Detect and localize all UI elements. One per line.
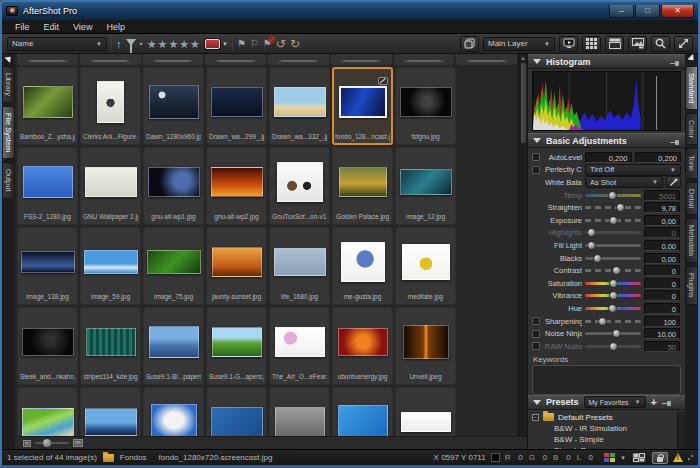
temp-value[interactable]: 5001: [644, 190, 680, 201]
white-balance-dropdown[interactable]: As Shot▼: [585, 176, 663, 188]
sort-ascending-icon[interactable]: ↑: [116, 37, 122, 51]
thumbnail-cell[interactable]: Bamboo_Z...ysha.jpg: [17, 67, 78, 145]
preset-folder-row[interactable]: −Default Presets: [532, 412, 677, 423]
current-folder[interactable]: Fondos: [120, 453, 147, 462]
thumbnail-cell[interactable]: Dawn_1280x960.jpg: [143, 67, 204, 145]
clipped-thumbnail-cell[interactable]: [80, 54, 141, 65]
color-label-dropdown[interactable]: ▼: [205, 37, 228, 51]
thumbnail-cell[interactable]: Suse9.1-G...apers.jpg: [206, 307, 267, 385]
slider-handle[interactable]: [609, 279, 618, 288]
tab-detail[interactable]: Detail: [685, 182, 698, 215]
contrast-value[interactable]: 0: [644, 265, 680, 276]
slider-handle[interactable]: [609, 342, 618, 351]
pin-icon[interactable]: [670, 132, 680, 150]
exposure-value[interactable]: 0,00: [644, 215, 680, 226]
tab-file-system[interactable]: File System: [2, 106, 15, 159]
straighten-slider[interactable]: [585, 203, 641, 212]
slider-handle[interactable]: [598, 317, 607, 326]
magnifier-icon[interactable]: [651, 36, 670, 52]
menu-edit[interactable]: Edit: [37, 22, 67, 32]
sharpening-value[interactable]: 100: [644, 316, 680, 327]
thumbnail-cell[interactable]: GNU Wallpaper 2.jpg: [80, 147, 141, 225]
perfectly-clear-dropdown[interactable]: Tint Off▼: [585, 164, 681, 176]
fill-light-slider[interactable]: [585, 241, 641, 250]
temp-slider[interactable]: [585, 191, 641, 200]
thumbnail-view-icon[interactable]: [582, 36, 601, 52]
menu-help[interactable]: Help: [99, 22, 132, 32]
slider-handle[interactable]: [593, 254, 602, 263]
lock-icon[interactable]: [652, 452, 668, 464]
tab-tone[interactable]: Tone: [685, 148, 698, 178]
autolevel-checkbox[interactable]: [532, 153, 540, 161]
thumbnail-size-slider[interactable]: [35, 442, 69, 444]
thumbnail-cell[interactable]: [332, 387, 393, 436]
multi-view-icon[interactable]: [605, 36, 624, 52]
presets-scrollbar[interactable]: [677, 412, 685, 450]
clipped-thumbnail-cell[interactable]: [456, 54, 517, 65]
collapse-arrow-icon[interactable]: [4, 54, 13, 63]
tab-plugins[interactable]: Plugins: [685, 266, 698, 305]
blacks-slider[interactable]: [585, 254, 641, 263]
thumbnail-cell[interactable]: Wallpaper02.jpg: [206, 387, 267, 436]
thumbnail-cell[interactable]: image_138.jpg: [17, 227, 78, 305]
thumbnail-cell[interactable]: life_1680.jpg: [269, 227, 330, 305]
perfectly-clear-checkbox[interactable]: [532, 166, 540, 174]
basic-adjustments-header[interactable]: Basic Adjustments: [528, 133, 685, 148]
thumbnail-cell[interactable]: ubuntuenergy.jpg: [332, 307, 393, 385]
contrast-slider[interactable]: [585, 266, 641, 275]
flag-icon[interactable]: ⚑: [237, 37, 246, 51]
thumbnail-cell[interactable]: [395, 387, 456, 436]
slider-handle[interactable]: [608, 304, 617, 313]
tab-standard[interactable]: Standard: [685, 66, 698, 110]
presets-favorites-dropdown[interactable]: My Favorites ▼: [584, 396, 646, 408]
vibrance-slider[interactable]: [585, 291, 641, 300]
slider-handle[interactable]: [609, 291, 618, 300]
slider-handle[interactable]: [587, 241, 596, 250]
thumbnail-cell[interactable]: vista-wall...r-dock.jpg: [80, 387, 141, 436]
thumbnail-cell[interactable]: gnu-alt-wp2.jpg: [206, 147, 267, 225]
thumbnail-cell[interactable]: me-gusta.jpg: [332, 227, 393, 305]
warning-icon[interactable]: [673, 453, 683, 462]
raw-noise-checkbox[interactable]: [532, 342, 540, 350]
flag-clear-icon[interactable]: ⚑: [263, 37, 272, 51]
thumbnail-cell[interactable]: image_75.jpg: [143, 227, 204, 305]
sharpening-checkbox[interactable]: [532, 317, 540, 325]
clipped-thumbnail-cell[interactable]: [205, 54, 266, 65]
raw-noise-value[interactable]: 50: [644, 341, 680, 352]
thumbnail-cell[interactable]: GnuTuxSof...on-v1.jpg: [269, 147, 330, 225]
slider-handle[interactable]: [612, 266, 621, 275]
menu-file[interactable]: File: [8, 22, 37, 32]
slider-handle[interactable]: [616, 203, 625, 212]
clipped-thumbnail-cell[interactable]: [143, 54, 204, 65]
autolevel-value-1[interactable]: 0,200: [635, 152, 682, 163]
preset-item[interactable]: B&W - Simple: [532, 434, 677, 445]
rotate-left-icon[interactable]: ↺: [276, 37, 286, 51]
clipped-thumbnail-cell[interactable]: [331, 54, 392, 65]
thumbnail-cell[interactable]: Drawn_wa...332_.jpg: [269, 67, 330, 145]
slider-handle[interactable]: [43, 439, 51, 447]
thumbnail-cell[interactable]: image_59.jpg: [80, 227, 141, 305]
pin-icon[interactable]: [670, 54, 680, 71]
preset-item[interactable]: B&W - IR Simulation: [532, 423, 677, 434]
clipped-thumbnail-cell[interactable]: [268, 54, 329, 65]
thumbnail-cell[interactable]: stripes114_kde.jpg: [80, 307, 141, 385]
highlights-value[interactable]: 0: [644, 227, 680, 238]
tab-output[interactable]: Output: [2, 162, 15, 199]
thumbnail-cell[interactable]: image_12.jpg: [395, 147, 456, 225]
slider-handle[interactable]: [608, 191, 617, 200]
slider-handle[interactable]: [587, 228, 596, 237]
thumbnail-cell[interactable]: [269, 387, 330, 436]
thumbnail-cell[interactable]: FSS-2_1280.jpg: [17, 147, 78, 225]
slider-handle[interactable]: [612, 329, 621, 338]
preview-view-icon[interactable]: [628, 36, 647, 52]
thumbnail-cell[interactable]: meditate.jpg: [395, 227, 456, 305]
pin-icon[interactable]: [662, 393, 672, 411]
presets-header[interactable]: Presets My Favorites ▼ +: [528, 395, 685, 410]
blacks-value[interactable]: 0,00: [644, 253, 680, 264]
thumbnail-cell[interactable]: Suse9.1-Bl...papers.jpg: [143, 307, 204, 385]
thumbnail-cell[interactable]: Unveil.jpeg: [395, 307, 456, 385]
tab-color[interactable]: Color: [685, 113, 698, 145]
hue-value[interactable]: 0: [644, 303, 680, 314]
thumbnail-cell[interactable]: fsfgnu.jpg: [395, 67, 456, 145]
clipped-thumbnail-cell[interactable]: [17, 54, 78, 65]
